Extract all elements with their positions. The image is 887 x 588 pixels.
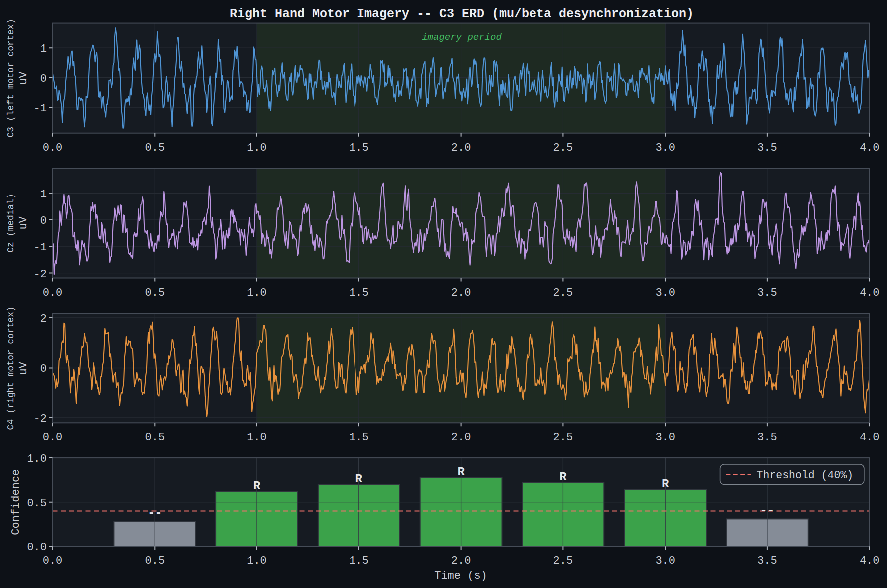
- svg-text:4.0: 4.0: [860, 287, 880, 299]
- svg-text:imagery period: imagery period: [422, 32, 502, 43]
- svg-text:0: 0: [40, 73, 47, 85]
- svg-text:2.5: 2.5: [553, 555, 573, 567]
- svg-text:0.5: 0.5: [145, 431, 165, 444]
- svg-text:Threshold (40%): Threshold (40%): [757, 469, 854, 481]
- svg-text:0.5: 0.5: [27, 497, 47, 510]
- svg-text:-1: -1: [34, 241, 47, 254]
- svg-text:R: R: [355, 472, 363, 486]
- svg-text:1.0: 1.0: [247, 287, 267, 299]
- svg-text:3.0: 3.0: [655, 287, 675, 299]
- svg-text:C4 (right motor cortex): C4 (right motor cortex): [6, 306, 16, 430]
- svg-text:--: --: [148, 506, 162, 520]
- svg-text:1.0: 1.0: [247, 431, 267, 444]
- svg-text:2.5: 2.5: [553, 431, 573, 444]
- svg-text:3.0: 3.0: [655, 555, 675, 567]
- svg-text:1: 1: [40, 43, 47, 55]
- svg-text:2.0: 2.0: [451, 431, 471, 444]
- svg-text:0.5: 0.5: [145, 287, 165, 299]
- svg-text:R: R: [559, 470, 567, 484]
- svg-text:3.0: 3.0: [655, 431, 675, 444]
- svg-text:0.0: 0.0: [43, 287, 63, 299]
- svg-text:1: 1: [40, 188, 47, 200]
- svg-text:C3 (left motor cortex): C3 (left motor cortex): [6, 19, 16, 138]
- svg-text:3.0: 3.0: [655, 142, 675, 154]
- svg-text:0: 0: [40, 363, 47, 375]
- svg-text:Time (s): Time (s): [434, 570, 487, 582]
- svg-text:uV: uV: [17, 71, 30, 85]
- svg-text:3.5: 3.5: [757, 555, 777, 567]
- svg-text:R: R: [457, 465, 465, 479]
- svg-text:1.0: 1.0: [247, 555, 267, 567]
- svg-text:1.5: 1.5: [349, 142, 369, 154]
- svg-text:Confidence: Confidence: [10, 469, 22, 535]
- svg-text:4.0: 4.0: [860, 431, 880, 444]
- svg-text:uV: uV: [17, 216, 30, 229]
- svg-text:Cz (medial): Cz (medial): [6, 194, 16, 253]
- svg-text:2.5: 2.5: [553, 287, 573, 299]
- svg-text:0.0: 0.0: [43, 431, 63, 444]
- svg-text:-2: -2: [34, 413, 47, 425]
- svg-text:-2: -2: [34, 268, 47, 281]
- svg-text:0.0: 0.0: [43, 142, 63, 154]
- svg-text:1.5: 1.5: [349, 287, 369, 299]
- svg-text:0.0: 0.0: [27, 541, 47, 554]
- svg-text:2: 2: [40, 313, 47, 325]
- svg-text:Right Hand Motor Imagery -- C3: Right Hand Motor Imagery -- C3 ERD (mu/b…: [230, 7, 694, 21]
- svg-text:3.5: 3.5: [757, 431, 777, 444]
- svg-text:4.0: 4.0: [860, 142, 880, 154]
- svg-text:1.0: 1.0: [247, 142, 267, 154]
- svg-text:4.0: 4.0: [860, 555, 880, 567]
- svg-text:-1: -1: [34, 102, 47, 115]
- svg-text:0: 0: [40, 215, 47, 227]
- svg-text:3.5: 3.5: [757, 142, 777, 154]
- svg-text:R: R: [662, 477, 669, 491]
- svg-text:0.5: 0.5: [145, 555, 165, 567]
- svg-text:1.5: 1.5: [349, 431, 369, 444]
- svg-text:0.0: 0.0: [43, 555, 63, 567]
- svg-text:2.0: 2.0: [451, 287, 471, 299]
- svg-text:--: --: [760, 504, 774, 517]
- svg-text:0.5: 0.5: [145, 142, 165, 154]
- svg-text:R: R: [253, 479, 261, 493]
- svg-text:1.0: 1.0: [27, 453, 47, 465]
- svg-text:2.0: 2.0: [451, 555, 471, 567]
- svg-text:uV: uV: [17, 361, 30, 375]
- svg-text:2.0: 2.0: [451, 142, 471, 154]
- svg-text:2.5: 2.5: [553, 142, 573, 154]
- svg-text:3.5: 3.5: [757, 287, 777, 299]
- svg-text:1.5: 1.5: [349, 555, 369, 567]
